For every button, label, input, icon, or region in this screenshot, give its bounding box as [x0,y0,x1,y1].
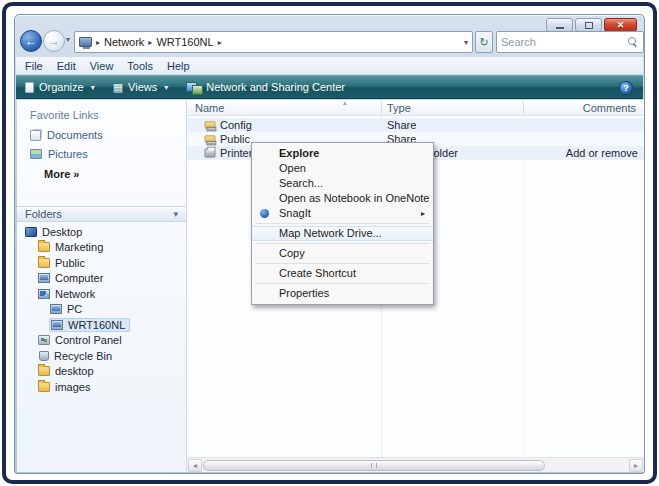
organize-button[interactable]: Organize ▾ [16,76,104,98]
menu-item-map-network-drive[interactable]: Map Network Drive... [252,226,433,241]
printer-icon [205,149,216,158]
tree-item-recycle-bin[interactable]: Recycle Bin [17,348,186,364]
tree-item-label: WRT160NL [68,319,125,331]
menu-item-label: SnagIt [279,207,311,219]
shared-folder-icon [205,121,216,128]
menu-separator [255,243,430,244]
folders-tree: Desktop Marketing Public Computer Networ… [17,224,186,395]
views-grid-icon: ▦ [113,82,123,93]
network-sharing-icon [186,82,201,93]
breadcrumb-arrow-icon: ▸ [148,38,152,47]
file-name: Config [220,119,252,131]
network-sharing-center-button[interactable]: Network and Sharing Center [177,76,354,98]
tree-item-label: Public [55,257,85,269]
minimize-icon [556,27,564,29]
column-header-name[interactable]: Name [195,102,224,114]
tree-item-label: Marketing [55,241,103,253]
menu-item-explore[interactable]: Explore [252,146,433,161]
snagit-icon [260,209,269,218]
tree-item-network[interactable]: Network [17,286,186,302]
tree-item-public[interactable]: Public [17,255,186,271]
network-icon [38,289,50,299]
views-button[interactable]: ▦ Views ▾ [104,76,178,98]
menu-item-create-shortcut[interactable]: Create Shortcut [252,266,433,281]
minimize-button[interactable] [546,18,573,32]
tree-item-label: Control Panel [55,334,122,346]
selected-tree-item: WRT160NL [49,318,130,332]
tree-item-pc[interactable]: PC [17,302,186,318]
more-links-button[interactable]: More » [44,168,79,180]
file-row-config[interactable]: Config Share [187,118,644,132]
close-button[interactable]: ✕ [604,18,637,32]
sidebar-item-pictures[interactable]: Pictures [30,148,88,160]
command-toolbar: Organize ▾ ▦ Views ▾ Network and Sharing… [16,75,643,99]
column-divider[interactable] [381,101,382,115]
network-sharing-label: Network and Sharing Center [206,81,345,93]
tree-item-desktop-folder[interactable]: desktop [17,364,186,380]
horizontal-scrollbar[interactable]: ◂ ▸ [187,457,644,472]
column-headers: Name ▴ Type Comments [187,100,644,116]
favorite-links-header: Favorite Links [30,109,98,121]
tree-item-label: Desktop [42,226,82,238]
shared-folder-icon [205,135,216,142]
scroll-left-button[interactable]: ◂ [188,459,202,472]
back-button[interactable]: ← [20,30,42,52]
search-input[interactable] [501,33,621,51]
menu-item-search[interactable]: Search... [252,176,433,191]
maximize-button[interactable] [575,18,602,32]
tree-item-images[interactable]: images [17,379,186,395]
control-panel-icon [38,335,50,345]
computer-icon [38,273,50,283]
desktop-icon [25,227,37,237]
network-pc-icon [79,37,92,47]
chevron-down-icon: ▾ [164,83,168,92]
column-header-comments[interactable]: Comments [583,102,636,114]
menu-help[interactable]: Help [167,60,190,72]
column-header-type[interactable]: Type [387,102,411,114]
breadcrumb-item-wrt160nl[interactable]: WRT160NL [156,36,213,48]
tree-item-wrt160nl[interactable]: WRT160NL [17,317,186,333]
breadcrumb-item-network[interactable]: Network [104,36,144,48]
menu-edit[interactable]: Edit [57,60,76,72]
tree-item-control-panel[interactable]: Control Panel [17,333,186,349]
refresh-button[interactable]: ↻ [475,31,493,53]
forward-button[interactable]: → [43,30,65,52]
menu-item-copy[interactable]: Copy [252,246,433,261]
folder-icon [38,366,50,376]
maximize-icon [585,22,593,29]
chevron-down-icon: ▾ [91,83,95,92]
breadcrumb-arrow-icon: ▸ [218,38,222,47]
folder-icon [38,258,50,268]
help-button[interactable]: ? [619,81,633,95]
menu-separator [255,223,430,224]
tree-item-label: Recycle Bin [54,350,112,362]
tree-item-label: images [55,381,90,393]
tree-item-marketing[interactable]: Marketing [17,240,186,256]
menu-separator [255,283,430,284]
search-box [496,31,644,53]
menu-item-open[interactable]: Open [252,161,433,176]
file-name: Public [220,133,250,145]
explorer-window: ✕ ← → ▾ ▸ Network ▸ WRT160NL ▸ ▾ ↻ File … [14,14,645,474]
tree-item-computer[interactable]: Computer [17,271,186,287]
menu-item-open-as-notebook[interactable]: Open as Notebook in OneNote [252,191,433,206]
address-dropdown-icon[interactable]: ▾ [464,38,468,47]
column-divider[interactable] [523,101,524,115]
address-breadcrumb[interactable]: ▸ Network ▸ WRT160NL ▸ ▾ [74,31,473,53]
folders-band[interactable]: Folders ▾ [17,206,186,222]
tree-item-desktop[interactable]: Desktop [17,224,186,240]
menu-item-snagit[interactable]: SnagIt ▸ [252,206,433,221]
menu-view[interactable]: View [90,60,114,72]
file-type: Share [387,119,416,131]
menu-bar: File Edit View Tools Help [16,57,643,74]
menu-item-properties[interactable]: Properties [252,286,433,301]
menu-tools[interactable]: Tools [127,60,153,72]
menu-file[interactable]: File [25,60,43,72]
tree-item-label: Network [55,288,95,300]
scrollbar-thumb[interactable] [203,460,545,471]
scroll-right-button[interactable]: ▸ [629,459,643,472]
scroll-left-icon: ◂ [193,461,197,470]
sort-ascending-icon: ▴ [343,99,347,107]
recent-pages-dropdown[interactable]: ▾ [66,35,70,44]
sidebar-item-documents[interactable]: Documents [30,129,103,141]
